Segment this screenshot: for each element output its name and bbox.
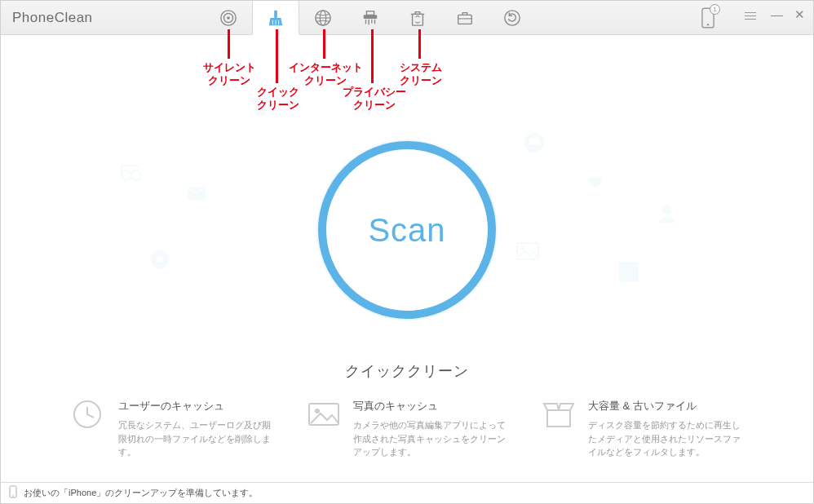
svg-point-27 (661, 205, 671, 214)
refresh-tab[interactable] (489, 1, 536, 35)
svg-rect-26 (529, 138, 539, 144)
feature-title: 大容量 & 古いファイル (588, 399, 743, 413)
close-button[interactable]: ✕ (794, 7, 805, 22)
clock-icon (71, 399, 107, 430)
callout-line-system (418, 29, 421, 59)
status-text: お使いの「iPhone」のクリーンアップを準備しています。 (24, 487, 258, 499)
feature-user-cache: ユーザーのキャッシュ 冗長なシステム、ユーザーログ及び期限切れの一時ファイルなど… (71, 399, 273, 459)
globe-icon (314, 9, 332, 27)
shredder-icon (361, 9, 379, 27)
feature-title: 写真のキャッシュ (353, 399, 508, 413)
statusbar: お使いの「iPhone」のクリーンアップを準備しています。 (1, 482, 813, 503)
box-icon (541, 399, 577, 430)
minimize-button[interactable]: — (771, 7, 783, 22)
status-phone-icon (9, 485, 17, 502)
svg-point-35 (315, 409, 320, 413)
svg-point-32 (131, 170, 141, 180)
svg-rect-22 (188, 187, 206, 200)
callout-privacy: プライバシークリーン (339, 86, 409, 111)
svg-point-29 (521, 246, 524, 250)
callout-line-silent (228, 29, 230, 59)
feature-desc: 冗長なシステム、ユーザーログ及び期限切れの一時ファイルなどを削除します。 (118, 418, 273, 459)
svg-point-2 (227, 16, 230, 20)
scan-button[interactable]: Scan (318, 141, 496, 319)
svg-rect-10 (364, 15, 378, 19)
features-row: ユーザーのキャッシュ 冗長なシステム、ユーザーログ及び期限切れの一時ファイルなど… (1, 399, 813, 459)
refresh-icon (503, 9, 521, 27)
broom-icon (267, 9, 285, 27)
toolbar (205, 1, 536, 34)
feature-desc: カメラや他の写真編集アプリによって作成された写真キャッシュをクリーンアップします… (353, 418, 508, 459)
feature-large-old: 大容量 & 古いファイル ディスク容量を節約するために再生したメディアと使用され… (541, 399, 743, 459)
svg-rect-17 (458, 15, 472, 24)
svg-point-37 (12, 495, 14, 497)
callout-system: システムクリーン (388, 61, 453, 86)
callout-internet: インターネットクリーン (286, 61, 365, 86)
system-clean-tab[interactable] (394, 1, 441, 35)
section-title: クイッククリーン (1, 361, 813, 381)
app-title: PhoneClean (12, 10, 93, 26)
callout-silent: サイレントクリーン (197, 61, 262, 86)
svg-point-25 (524, 133, 544, 153)
topbar: PhoneClean 1 — ✕ (1, 1, 813, 35)
svg-rect-28 (517, 243, 538, 259)
callout-quick: クイッククリーン (246, 86, 311, 111)
svg-point-24 (157, 256, 163, 263)
target-icon (219, 9, 237, 27)
feature-photo-cache: 写真のキャッシュ カメラや他の写真編集アプリによって作成された写真キャッシュをク… (306, 399, 508, 459)
toolbox-tab[interactable] (441, 1, 489, 35)
svg-point-21 (707, 24, 709, 25)
device-button[interactable]: 1 (701, 7, 715, 32)
svg-rect-3 (274, 10, 277, 17)
briefcase-icon (456, 9, 474, 27)
svg-rect-34 (309, 404, 338, 425)
feature-desc: ディスク容量を節約するために再生したメディアと使用されたリソースファイルなどをフ… (588, 418, 743, 459)
svg-rect-30 (619, 262, 639, 281)
window-controls: — ✕ (771, 7, 805, 22)
svg-point-19 (505, 10, 520, 24)
recycle-icon (409, 9, 427, 27)
callout-line-quick (276, 29, 278, 83)
svg-point-23 (151, 250, 169, 268)
device-badge: 1 (710, 4, 720, 15)
callout-line-privacy (371, 29, 374, 83)
svg-point-31 (122, 170, 131, 180)
svg-rect-11 (366, 11, 374, 15)
menu-button[interactable] (745, 12, 756, 22)
privacy-clean-tab[interactable] (347, 1, 394, 35)
scan-label: Scan (368, 212, 445, 249)
callout-line-internet (323, 29, 325, 59)
feature-title: ユーザーのキャッシュ (118, 399, 273, 413)
picture-icon (306, 399, 342, 430)
